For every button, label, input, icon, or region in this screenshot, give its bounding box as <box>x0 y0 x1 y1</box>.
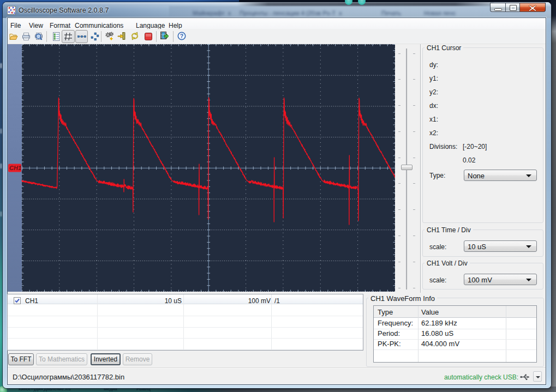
svg-text:CH1: CH1 <box>9 165 21 171</box>
svg-text:?: ? <box>180 33 183 39</box>
